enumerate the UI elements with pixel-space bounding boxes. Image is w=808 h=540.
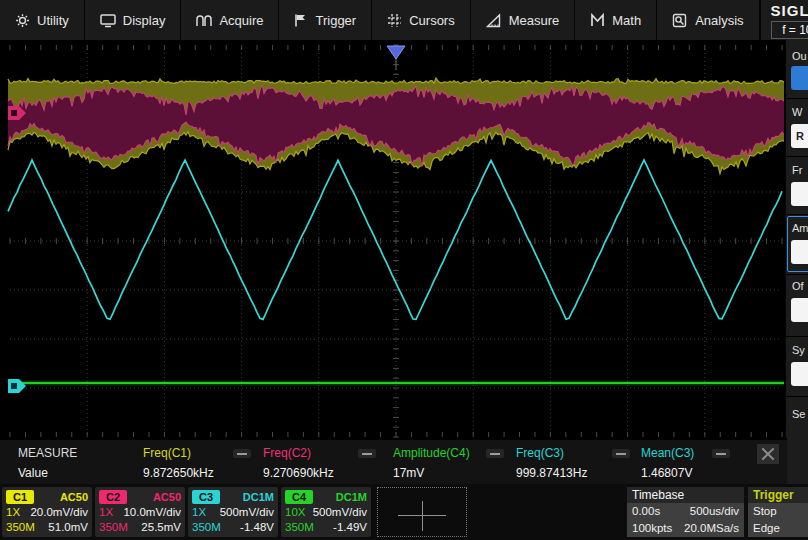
menu-utility-label: Utility xyxy=(37,13,69,28)
measure-close-button[interactable] xyxy=(757,444,779,464)
measure-remove-button[interactable] xyxy=(233,449,251,458)
measure-label-amplitude-c4: Amplitude(C4) xyxy=(393,446,470,460)
c2-atten: 1X xyxy=(99,505,113,520)
monitor-icon xyxy=(100,13,116,28)
c3-offset: -1.48V xyxy=(240,520,274,535)
menu-analysis-label: Analysis xyxy=(695,13,743,28)
channel-tab-c4[interactable]: C4 xyxy=(285,490,313,504)
menu-math-label: Math xyxy=(612,13,641,28)
bottom-bar: C1 AC50 1X20.0mV/div 350M51.0mV C2 AC50 … xyxy=(0,484,808,540)
channel-descriptor-c2[interactable]: C2 AC50 1X10.0mV/div 350M25.5mV xyxy=(95,487,185,537)
sidebar-label-output: Ou xyxy=(792,50,807,62)
c2-offset: 25.5mV xyxy=(141,520,181,535)
measure-label-freq-c3: Freq(C3) xyxy=(516,446,564,460)
menu-measure-label: Measure xyxy=(509,13,560,28)
c4-atten: 10X xyxy=(285,505,305,520)
menu-cursors[interactable]: Cursors xyxy=(372,0,471,40)
sidebar-label-amplitude: Am xyxy=(792,222,808,234)
channel-tab-c1[interactable]: C1 xyxy=(6,490,34,504)
c1-coupling: AC50 xyxy=(60,491,88,503)
trigger-box[interactable]: Trigger Stop Edge xyxy=(748,487,808,537)
measure-value-mean-c3: 1.46807V xyxy=(641,466,692,480)
c2-bandwidth: 350M xyxy=(99,520,128,535)
waveform-svg xyxy=(0,40,786,438)
c1-atten: 1X xyxy=(6,505,20,520)
timebase-points: 100kpts xyxy=(632,520,672,537)
menu-trigger[interactable]: Trigger xyxy=(279,0,372,40)
sidebar-label-symmetry: Sy xyxy=(792,344,805,356)
c4-coupling: DC1M xyxy=(336,491,367,503)
timebase-box[interactable]: Timebase 0.00s 500us/div 100kpts 20.0MSa… xyxy=(627,487,744,537)
menu-bar: Utility Display Acquire Trigger Cursors xyxy=(0,0,808,40)
measure-value-freq-c3: 999.87413Hz xyxy=(516,466,587,480)
brand-block: SIGLENT Stop f = 10.94687MHz xyxy=(760,0,808,40)
frequency-counter: f = 10.94687MHz xyxy=(771,21,808,39)
c3-coupling: DC1M xyxy=(243,491,274,503)
channel-descriptor-c1[interactable]: C1 AC50 1X20.0mV/div 350M51.0mV xyxy=(2,487,92,537)
oscilloscope-screen: Utility Display Acquire Trigger Cursors xyxy=(0,0,808,540)
c4-offset: -1.49V xyxy=(333,520,367,535)
channel-descriptor-c4[interactable]: C4 DC1M 10X500mV/div 350M-1.49V xyxy=(281,487,371,537)
sidebar-wave-select[interactable]: R xyxy=(791,124,808,148)
channel-descriptor-c3[interactable]: C3 DC1M 1X500mV/div 350M-1.48V xyxy=(188,487,278,537)
c2-scale: 10.0mV/div xyxy=(123,505,181,520)
measure-value-amplitude-c4: 17mV xyxy=(393,466,424,480)
gear-icon xyxy=(15,13,30,28)
menu-utility[interactable]: Utility xyxy=(0,0,85,40)
acquire-icon xyxy=(196,13,212,28)
probe-adjust-box[interactable] xyxy=(377,487,467,537)
timebase-delay: 0.00s xyxy=(632,503,660,520)
menu-acquire[interactable]: Acquire xyxy=(181,0,279,40)
siglent-logo: SIGLENT xyxy=(771,2,808,19)
c1-scale: 20.0mV/div xyxy=(30,505,88,520)
measure-icon xyxy=(486,13,502,28)
c2-coupling: AC50 xyxy=(153,491,181,503)
c4-bandwidth: 350M xyxy=(285,520,314,535)
measure-remove-button[interactable] xyxy=(358,449,376,458)
menu-trigger-label: Trigger xyxy=(315,13,356,28)
menu-display-label: Display xyxy=(123,13,166,28)
menu-acquire-label: Acquire xyxy=(219,13,263,28)
trigger-title: Trigger xyxy=(748,487,808,503)
measure-row-label: Value xyxy=(18,466,48,480)
menu-display[interactable]: Display xyxy=(85,0,182,40)
measure-bar: MEASURE Value Freq(C1) 9.872650kHz Freq(… xyxy=(0,438,787,484)
menu-measure[interactable]: Measure xyxy=(471,0,576,40)
measure-value-freq-c2: 9.270690kHz xyxy=(263,466,334,480)
menu-analysis[interactable]: Analysis xyxy=(657,0,759,40)
menu-cursors-label: Cursors xyxy=(409,13,455,28)
trigger-type: Edge xyxy=(753,520,805,537)
sidebar-amplitude-input[interactable] xyxy=(791,240,808,264)
math-icon xyxy=(590,13,605,28)
c3-scale: 500mV/div xyxy=(220,505,274,520)
measure-remove-button[interactable] xyxy=(486,449,504,458)
sidebar-symmetry-input[interactable] xyxy=(791,362,808,386)
c1-offset: 51.0mV xyxy=(48,520,88,535)
sidebar-label-wave: W xyxy=(792,106,802,118)
crosshair-icon xyxy=(422,501,423,531)
measure-label-freq-c2: Freq(C2) xyxy=(263,446,311,460)
timebase-scale: 500us/div xyxy=(690,503,739,520)
measure-title: MEASURE xyxy=(18,446,77,460)
cursors-icon xyxy=(387,13,402,28)
measure-value-freq-c1: 9.872650kHz xyxy=(143,466,214,480)
measure-remove-button[interactable] xyxy=(612,449,630,458)
c3-bandwidth: 350M xyxy=(192,520,221,535)
sidebar-output-toggle[interactable] xyxy=(791,66,808,90)
measure-label-freq-c1: Freq(C1) xyxy=(143,446,191,460)
menu-math[interactable]: Math xyxy=(575,0,657,40)
channel-tab-c3[interactable]: C3 xyxy=(192,490,220,504)
sidebar-frequency-input[interactable] xyxy=(791,182,808,206)
timebase-title: Timebase xyxy=(627,487,744,503)
sidebar-offset-input[interactable] xyxy=(791,298,808,322)
channel-tab-c2[interactable]: C2 xyxy=(99,490,127,504)
analysis-icon xyxy=(672,13,688,28)
awg-sidebar: Ou W R Fr Am Of Sy Se xyxy=(785,40,808,485)
trigger-status: Stop xyxy=(753,503,805,520)
measure-label-mean-c3: Mean(C3) xyxy=(641,446,694,460)
flag-icon xyxy=(294,13,308,28)
measure-remove-button[interactable] xyxy=(712,449,730,458)
waveform-display[interactable] xyxy=(0,40,786,438)
c4-scale: 500mV/div xyxy=(313,505,367,520)
sidebar-label-offset: Of xyxy=(792,280,804,292)
